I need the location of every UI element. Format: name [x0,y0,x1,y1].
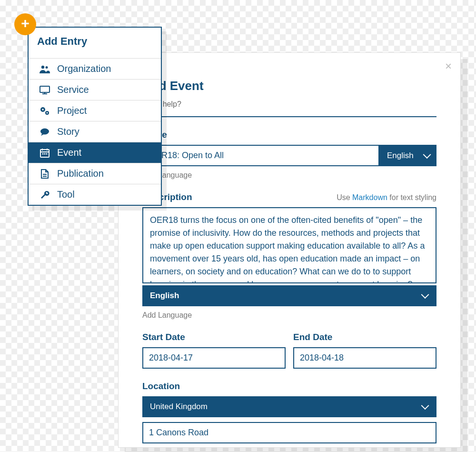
description-language-select[interactable]: English [142,285,436,306]
svg-point-1 [46,66,48,69]
country-value: United Kingdom [150,402,208,411]
sidebar-item-project[interactable]: Project [29,100,161,121]
svg-point-9 [40,128,49,134]
svg-point-0 [41,65,44,68]
sidebar-item-event[interactable]: Event [29,142,161,163]
country-select[interactable]: United Kingdom [142,396,436,417]
sidebar-item-publication[interactable]: Publication [29,163,161,184]
language-value: English [387,151,414,161]
end-date-label: End Date [293,332,436,342]
start-date-input[interactable] [142,347,286,369]
svg-point-8 [47,112,48,113]
markdown-link[interactable]: Markdown [352,193,387,201]
document-icon [39,169,50,179]
name-label: Name [142,130,436,140]
add-language-link[interactable]: Add Language [142,311,436,320]
sidebar-item-tool[interactable]: Tool [29,184,161,205]
chat-icon [39,128,50,136]
add-entry-popover: Add Entry Organization Service Project S… [28,27,162,206]
sidebar-item-organization[interactable]: Organization [29,58,161,79]
modal-title: Add Event [142,79,436,93]
calendar-icon [39,148,50,158]
sidebar-item-label: Tool [57,189,75,200]
description-hint: Use Markdown for text styling [337,193,436,202]
sidebar-item-label: Story [57,126,79,137]
language-value: English [150,291,179,300]
need-help-link[interactable]: Need help? [142,100,436,117]
name-language-select[interactable]: English [379,145,436,166]
popover-title: Add Entry [29,28,161,58]
sidebar-item-label: Service [57,84,89,95]
add-entry-button[interactable]: + [14,13,36,35]
sidebar-item-label: Publication [57,168,104,179]
svg-point-6 [42,109,44,110]
location-label: Location [142,381,436,392]
svg-rect-2 [40,86,50,92]
sidebar-item-story[interactable]: Story [29,121,161,142]
sidebar-item-label: Event [57,147,81,158]
start-date-label: Start Date [142,332,286,342]
sidebar-item-label: Project [57,105,87,116]
users-icon [39,65,50,73]
name-input[interactable] [142,145,379,166]
description-textarea[interactable] [142,207,436,283]
address-input[interactable] [142,422,436,443]
monitor-icon [39,86,50,94]
sidebar-item-label: Organization [57,63,111,74]
end-date-input[interactable] [293,347,436,369]
wrench-icon [39,190,50,200]
close-icon[interactable]: × [445,60,452,73]
add-event-modal: × Add Event Need help? Name English Add … [118,52,461,448]
add-language-link[interactable]: Add Language [142,171,436,180]
sidebar-item-service[interactable]: Service [29,79,161,100]
gears-icon [39,106,50,116]
